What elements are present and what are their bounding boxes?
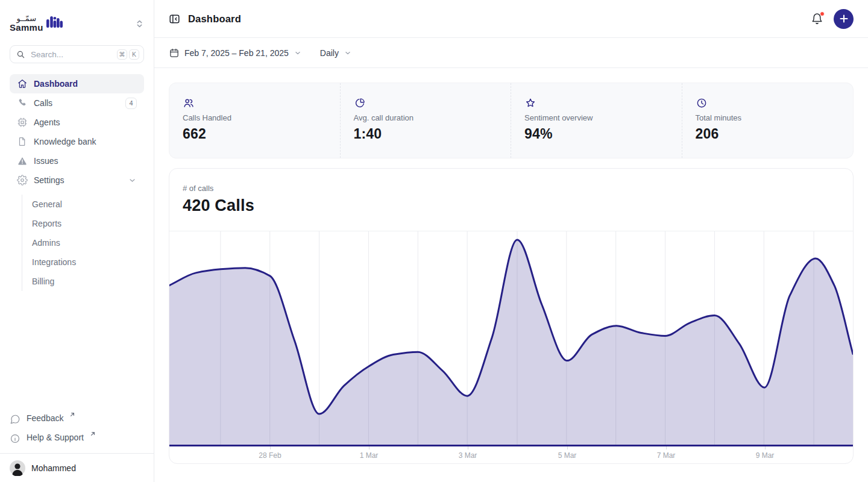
- settings-sub-nav: GeneralReportsAdminsIntegrationsBilling: [22, 195, 144, 291]
- stat-label: Avg. call duration: [354, 113, 498, 122]
- count-badge: 4: [125, 98, 137, 109]
- sidebar-item-label: Agents: [34, 117, 60, 127]
- main-area: Dashboard: [154, 0, 868, 482]
- page-title: Dashboard: [188, 13, 241, 25]
- footer-links: Feedback Help & Support: [0, 410, 154, 453]
- stat-label: Calls Handled: [183, 113, 327, 122]
- warning-icon: [17, 155, 28, 166]
- x-axis-label: 3 Mar: [459, 451, 477, 460]
- brand-name: Sammu: [10, 23, 43, 33]
- sidebar-item-knowledge-bank[interactable]: Knowledge bank: [10, 132, 144, 151]
- x-axis-tick: [567, 446, 568, 449]
- x-axis-tick: [369, 446, 370, 449]
- user-name: Mohammed: [31, 463, 76, 473]
- sidebar-item-label: Calls: [34, 98, 52, 108]
- date-range-value: Feb 7, 2025 – Feb 21, 2025: [184, 48, 289, 58]
- sidebar-item-settings[interactable]: Settings: [10, 171, 144, 190]
- chart-plot-area[interactable]: [169, 231, 853, 446]
- stat-value: 94%: [524, 126, 668, 142]
- date-range-picker[interactable]: Feb 7, 2025 – Feb 21, 2025: [169, 48, 302, 58]
- document-icon: [17, 136, 28, 147]
- stats-row: Calls Handled 662 Avg. call duration 1:4…: [169, 83, 854, 158]
- sidebar-item-label: Settings: [34, 175, 64, 185]
- user-menu[interactable]: Mohammed: [0, 453, 154, 482]
- x-axis-label: 5 Mar: [558, 451, 577, 460]
- filter-bar: Feb 7, 2025 – Feb 21, 2025 Daily: [154, 38, 868, 68]
- stat-card-calls-handled: Calls Handled 662: [169, 83, 341, 158]
- stat-value: 662: [183, 126, 327, 142]
- sidebar-nav: Dashboard Calls 4 Agents Knowledge bank …: [10, 74, 144, 190]
- chat-icon: [10, 414, 20, 425]
- clock-icon: [696, 97, 840, 109]
- footer-item-help-support[interactable]: Help & Support: [10, 429, 144, 448]
- sidebar-unfold-icon[interactable]: [135, 19, 144, 28]
- home-icon: [17, 78, 28, 89]
- info-icon: [10, 433, 20, 444]
- stat-value: 1:40: [354, 126, 498, 142]
- footer-item-feedback[interactable]: Feedback: [10, 410, 144, 429]
- search-icon: [16, 49, 26, 60]
- x-axis-label: 28 Feb: [259, 451, 281, 460]
- sidebar-item-calls[interactable]: Calls 4: [10, 93, 144, 113]
- avatar: [10, 460, 25, 476]
- kbd-k: K: [129, 49, 139, 60]
- kbd-cmd: ⌘: [117, 49, 127, 60]
- add-button[interactable]: [834, 9, 854, 29]
- x-axis-label: 1 Mar: [360, 451, 379, 460]
- chevron-down-icon: [344, 49, 352, 57]
- brand-names: سمّــو Sammu: [10, 14, 43, 33]
- stat-card-avg-call-duration: Avg. call duration 1:40: [341, 83, 512, 158]
- calendar-icon: [169, 48, 180, 58]
- sidebar-item-label: Knowledge bank: [34, 137, 96, 146]
- settings-subitem-general[interactable]: General: [22, 195, 144, 214]
- dashboard-content: Calls Handled 662 Avg. call duration 1:4…: [154, 68, 868, 478]
- chevron-down-icon: [128, 176, 137, 185]
- pie-icon: [354, 97, 498, 109]
- sidebar-item-dashboard[interactable]: Dashboard: [10, 74, 144, 93]
- settings-subitem-reports[interactable]: Reports: [22, 214, 144, 233]
- stat-label: Sentiment overview: [524, 113, 668, 122]
- external-link-icon: [69, 412, 75, 418]
- settings-subitem-integrations[interactable]: Integrations: [22, 252, 144, 272]
- chart-title: 420 Calls: [183, 196, 840, 215]
- external-link-icon: [90, 431, 96, 437]
- x-axis: 28 Feb 1 Mar 3 Mar 5 Mar 7 Mar 9 Mar: [169, 446, 853, 463]
- search-input[interactable]: Search... ⌘ K: [10, 45, 144, 63]
- granularity-select[interactable]: Daily: [320, 48, 352, 58]
- x-axis-label: 9 Mar: [756, 451, 775, 460]
- panel-collapse-icon[interactable]: [169, 13, 180, 25]
- notification-dot: [820, 11, 825, 16]
- granularity-value: Daily: [320, 48, 339, 58]
- x-axis-tick: [765, 446, 766, 449]
- top-bar: Dashboard: [154, 0, 868, 38]
- chevron-down-icon: [294, 49, 302, 57]
- calls-chart-card: # of calls 420 Calls 28 Feb 1 Mar 3 Mar …: [169, 168, 854, 464]
- sidebar-item-issues[interactable]: Issues: [10, 151, 144, 171]
- stat-label: Total minutes: [696, 113, 840, 122]
- star-icon: [524, 97, 668, 109]
- sidebar-item-label: Dashboard: [34, 79, 78, 89]
- notifications-bell-icon[interactable]: [811, 13, 823, 25]
- calls-area-chart: [169, 231, 853, 446]
- stat-card-sentiment-overview: Sentiment overview 94%: [511, 83, 682, 158]
- brand: سمّــو Sammu: [10, 10, 144, 37]
- x-axis-tick: [270, 446, 271, 449]
- sidebar-item-label: Issues: [34, 156, 58, 166]
- sidebar-item-agents[interactable]: Agents: [10, 113, 144, 132]
- phone-icon: [17, 98, 28, 108]
- brand-arabic-wordmark: سمّــو: [16, 14, 36, 23]
- chart-subtitle: # of calls: [183, 184, 840, 193]
- x-axis-tick: [468, 446, 468, 449]
- settings-subitem-admins[interactable]: Admins: [22, 233, 144, 252]
- x-axis-label: 7 Mar: [657, 451, 676, 460]
- search-kbd-shortcut: ⌘ K: [117, 49, 139, 60]
- sidebar-footer: Feedback Help & Support Mohammed: [0, 410, 154, 482]
- x-axis-tick: [666, 446, 667, 449]
- sammu-logo-icon: [46, 14, 63, 33]
- search-placeholder: Search...: [31, 50, 63, 59]
- footer-item-label: Help & Support: [27, 433, 84, 442]
- footer-item-label: Feedback: [27, 413, 63, 423]
- sidebar: سمّــو Sammu Search...: [0, 0, 154, 482]
- settings-subitem-billing[interactable]: Billing: [22, 272, 144, 291]
- plus-icon: [839, 14, 849, 23]
